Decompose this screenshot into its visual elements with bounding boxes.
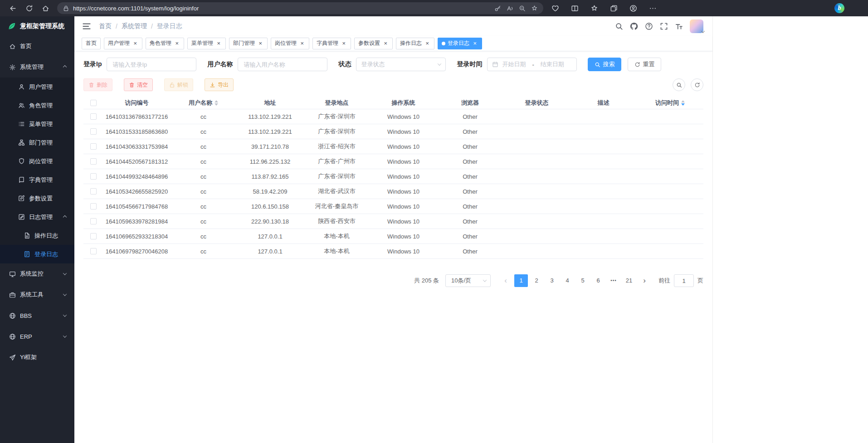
tab-login-log[interactable]: 登录日志× [438,38,482,49]
sort-caret-icon[interactable] [681,98,685,107]
page-button-21[interactable]: 21 [622,274,636,287]
header-search-icon[interactable] [615,22,623,30]
page-button-6[interactable]: 6 [591,274,605,287]
sidebar-item-role-mgmt[interactable]: 角色管理 [0,96,74,115]
row-checkbox[interactable] [90,173,97,180]
table-cell: 58.19.42.209 [237,188,303,195]
sidebar-item-dict-mgmt[interactable]: 字典管理 [0,170,74,189]
close-icon[interactable]: × [382,40,389,47]
favorites-icon[interactable] [590,5,598,12]
address-bar[interactable]: https://ccnetcore.com:1101/system/log/lo… [57,2,543,14]
page-button-3[interactable]: 3 [545,274,559,287]
breadcrumb-item[interactable]: 系统管理 [122,22,147,30]
page-button-4[interactable]: 4 [561,274,574,287]
home-button-button[interactable] [39,2,52,15]
user-name-input[interactable] [238,58,327,71]
tab-dept-mgmt[interactable]: 部门管理× [229,38,268,49]
sidebar-item-user-mgmt[interactable]: 用户管理 [0,78,74,96]
row-checkbox[interactable] [90,128,97,135]
sidebar-item-op-log[interactable]: 操作日志 [0,226,74,245]
close-icon[interactable]: × [341,40,347,47]
bing-copilot-icon[interactable]: b [834,3,844,13]
show-search-button[interactable] [673,78,685,91]
zoom-out-icon[interactable] [519,5,526,12]
tab-user-mgmt[interactable]: 用户管理× [104,38,142,49]
page-button-2[interactable]: 2 [530,274,543,287]
login-time-range-picker[interactable]: 开始日期 - 结束日期 [487,58,577,71]
help-icon[interactable] [645,22,653,30]
close-icon[interactable]: × [257,40,263,47]
reset-button[interactable]: 重置 [628,58,661,71]
refresh-table-button[interactable] [691,78,703,91]
column-header[interactable]: 访问时间 [637,98,703,107]
settings-more-icon[interactable] [649,5,657,12]
row-checkbox[interactable] [90,188,97,195]
tab-home[interactable]: 首页 [82,38,101,49]
reload-button-button[interactable] [22,2,36,15]
tab-op-log[interactable]: 操作日志× [396,38,434,49]
sidebar-item-yi-framework[interactable]: Yi框架 [0,347,74,368]
unlock-button[interactable]: 解锁 [164,78,193,91]
browser-essentials-icon[interactable] [551,5,559,12]
row-checkbox[interactable] [90,143,97,150]
export-button[interactable]: 导出 [205,78,234,91]
page-size-select[interactable]: 10条/页 [445,274,491,287]
password-manager-icon[interactable] [494,5,501,12]
github-link-icon[interactable] [630,22,638,30]
close-icon[interactable]: × [174,40,180,47]
profile-icon[interactable] [629,5,637,12]
read-aloud-icon[interactable] [507,5,513,12]
page-button-5[interactable]: 5 [576,274,590,287]
sort-caret-icon[interactable] [215,98,218,107]
clear-button[interactable]: 清空 [124,78,153,91]
sidebar-item-log-mgmt[interactable]: 日志管理 [0,208,74,226]
hamburger-icon[interactable] [82,21,92,31]
search-button[interactable]: 搜索 [588,58,621,71]
sidebar-item-erp[interactable]: ERP [0,326,74,347]
status-select[interactable]: 登录状态 [356,58,446,71]
row-checkbox[interactable] [90,218,97,224]
breadcrumb-item[interactable]: 首页 [99,22,112,30]
row-checkbox[interactable] [90,203,97,209]
font-size-icon[interactable] [675,22,683,30]
row-checkbox[interactable] [90,158,97,165]
fullscreen-toggle-icon[interactable] [660,22,668,30]
row-checkbox[interactable] [90,233,97,239]
close-icon[interactable]: × [299,40,305,47]
login-ip-input[interactable] [107,58,196,71]
tab-dict-mgmt[interactable]: 字典管理× [312,38,351,49]
tab-post-mgmt[interactable]: 岗位管理× [271,38,309,49]
sidebar-item-login-log[interactable]: 登录日志 [0,245,74,263]
select-all-checkbox[interactable] [90,100,97,106]
sidebar-item-param-settings[interactable]: 参数设置 [0,189,74,208]
tab-menu-mgmt[interactable]: 菜单管理× [187,38,226,49]
add-favorite-icon[interactable] [531,5,538,12]
sidebar-item-bbs[interactable]: BBS [0,305,74,326]
close-icon[interactable]: × [472,40,478,47]
sidebar-item-tools[interactable]: 系统工具 [0,284,74,305]
back-button-button[interactable] [6,2,20,15]
close-icon[interactable]: × [132,40,138,47]
close-icon[interactable]: × [424,40,430,47]
next-page-button[interactable]: › [638,274,651,287]
row-checkbox[interactable] [90,248,97,254]
tab-role-mgmt[interactable]: 角色管理× [146,38,184,49]
delete-button[interactable]: 删除 [83,78,112,91]
goto-page-input[interactable] [674,274,694,287]
sidebar-item-home[interactable]: 首页 [0,36,74,57]
prev-page-button[interactable]: ‹ [499,274,512,287]
sidebar-item-dept-mgmt[interactable]: 部门管理 [0,133,74,152]
sidebar-item-menu-mgmt[interactable]: 菜单管理 [0,115,74,133]
page-button-1[interactable]: 1 [514,274,528,287]
row-checkbox[interactable] [90,113,97,120]
split-screen-icon[interactable] [571,5,579,12]
close-icon[interactable]: × [215,40,222,47]
collections-icon[interactable] [610,5,618,12]
sidebar-item-post-mgmt[interactable]: 岗位管理 [0,152,74,170]
sidebar-item-system-mgmt[interactable]: 系统管理 [0,57,74,78]
tab-param-settings[interactable]: 参数设置× [354,38,393,49]
more-pages-button[interactable]: ••• [607,274,620,287]
sidebar-item-monitor[interactable]: 系统监控 [0,263,74,284]
sidebar-item-label: 角色管理 [29,102,53,110]
column-header[interactable]: 用户名称 [170,98,237,107]
